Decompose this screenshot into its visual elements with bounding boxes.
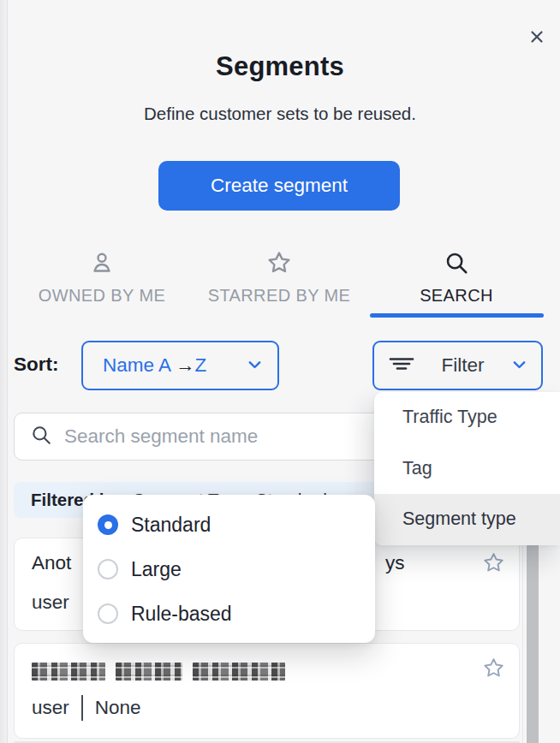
filter-icon <box>388 350 415 381</box>
search-icon <box>30 424 52 449</box>
sort-label: Sort: <box>14 354 59 376</box>
scrollbar-track <box>522 540 523 743</box>
sort-arrow-glyph: → <box>176 354 195 376</box>
filter-menu-item-tag[interactable]: Tag <box>374 443 560 495</box>
meta-divider <box>81 695 83 721</box>
segment-meta: user None <box>32 695 141 721</box>
segment-meta-user: user <box>32 697 69 719</box>
tab-label: OWNED BY ME <box>39 286 166 306</box>
page-title: Segments <box>0 51 560 82</box>
tab-label: STARRED BY ME <box>208 286 351 306</box>
drawer-edge <box>0 0 8 743</box>
star-icon <box>266 248 292 276</box>
filter-menu-item-segment-type[interactable]: Segment type <box>374 494 560 545</box>
close-button[interactable] <box>521 22 553 55</box>
chevron-down-icon <box>246 355 264 377</box>
radio-unselected-icon[interactable] <box>98 559 118 580</box>
option-large[interactable]: Large <box>83 547 375 591</box>
radio-unselected-icon[interactable] <box>98 603 118 624</box>
sort-value: Name A →Z <box>103 354 206 377</box>
tab-starred-by-me[interactable]: STARRED BY ME <box>190 248 368 318</box>
filter-select[interactable]: Filter <box>372 341 543 390</box>
option-rule-based[interactable]: Rule-based <box>83 591 375 636</box>
segment-title-redacted <box>32 663 285 681</box>
star-icon[interactable] <box>482 657 505 683</box>
search-icon <box>444 248 469 276</box>
segment-meta-tag: None <box>95 697 141 719</box>
segment-type-popup: Standard Large Rule-based <box>83 495 375 643</box>
active-tab-underline <box>370 313 544 318</box>
tab-owned-by-me[interactable]: OWNED BY ME <box>14 248 190 318</box>
option-label: Standard <box>131 514 211 537</box>
radio-selected-icon[interactable] <box>98 514 118 535</box>
option-label: Rule-based <box>131 603 232 626</box>
filter-menu: Traffic Type Tag Segment type <box>374 392 560 545</box>
segment-meta-user: user <box>32 591 69 614</box>
create-segment-button[interactable]: Create segment <box>158 161 400 211</box>
segment-card[interactable]: user None <box>14 643 520 739</box>
sort-select[interactable]: Name A →Z <box>81 341 279 390</box>
tab-label: SEARCH <box>420 286 493 306</box>
option-label: Large <box>131 558 182 581</box>
segment-meta: user <box>32 591 69 614</box>
segment-title-end: ys <box>385 552 405 574</box>
scrollbar-thumb[interactable] <box>527 540 539 743</box>
star-icon[interactable] <box>482 551 505 578</box>
segment-title-start: Anot <box>32 552 71 574</box>
tab-search[interactable]: SEARCH <box>368 248 545 318</box>
person-icon <box>89 248 115 276</box>
chevron-down-icon <box>510 355 528 377</box>
filter-label: Filter <box>442 354 485 377</box>
page-subtitle: Define customer sets to be reused. <box>0 104 560 124</box>
option-standard[interactable]: Standard <box>83 502 375 547</box>
close-icon <box>527 27 546 50</box>
filter-menu-item-traffic-type[interactable]: Traffic Type <box>374 392 560 443</box>
